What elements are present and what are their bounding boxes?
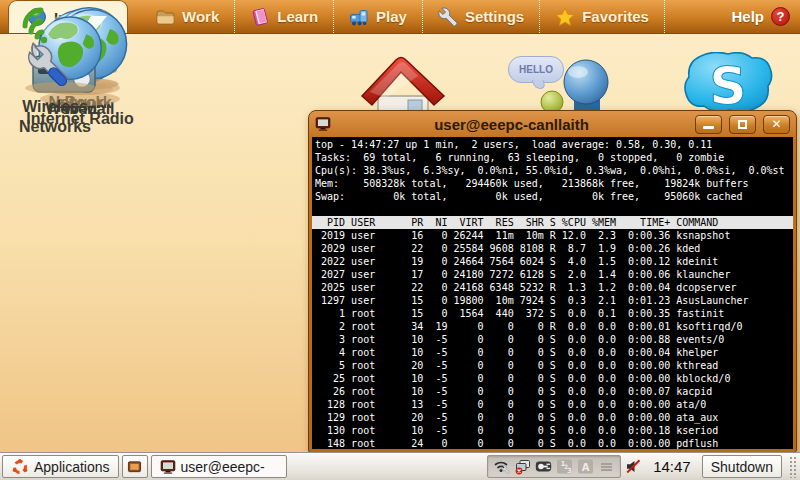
process-row: 148 root 24 0 0 0 0 S 0.0 0.0 0:00.00 pd… (315, 437, 793, 449)
taskbar-window-user-eeepc[interactable]: user@eeepc- (151, 455, 287, 478)
process-row: 129 root 20 -5 0 0 0 S 0.0 0.0 0:00.00 a… (315, 411, 793, 424)
tab-settings[interactable]: Settings (423, 0, 540, 33)
hello-speech-bubble: HELLO (508, 56, 564, 83)
ubuntu-logo-icon (11, 458, 29, 476)
star-icon (555, 7, 575, 27)
svg-text:A: A (582, 462, 590, 473)
process-row: 1297 user 15 0 19800 10m 7924 S 0.3 2.1 … (315, 294, 793, 307)
task-label: user@eeepc- (181, 459, 265, 475)
applications-label: Applications (34, 459, 110, 475)
keyboard-layout-icon[interactable]: A (577, 458, 594, 475)
show-desktop-button[interactable] (122, 455, 148, 478)
taskbar-right: 1 2 3 A 14:47 Shutd (487, 455, 798, 478)
shutdown-button[interactable]: Shutdown (702, 455, 782, 478)
cpu-line: Cpu(s): 38.3%us, 6.3%sy, 0.0%ni, 55.0%id… (315, 164, 793, 177)
applications-button[interactable]: Applications (2, 455, 119, 478)
process-row: 26 root 10 -5 0 0 0 S 0.0 0.0 0:00.07 ka… (315, 385, 793, 398)
tab-label-learn: Learn (277, 8, 318, 25)
process-row: 25 root 10 -5 0 0 0 S 0.0 0.0 0:00.00 kb… (315, 372, 793, 385)
blank-line (315, 203, 793, 216)
process-row: 3 root 10 -5 0 0 0 S 0.0 0.0 0:00.88 eve… (315, 333, 793, 346)
skype-icon[interactable]: S (682, 52, 774, 112)
help-button[interactable]: Help ? (721, 0, 800, 33)
tasks-line: Tasks: 69 total, 6 running, 63 sleeping,… (315, 151, 793, 164)
maximize-icon (738, 120, 747, 129)
process-row: 2 root 34 19 0 0 0 R 0.0 0.0 0:00.01 kso… (315, 320, 793, 333)
minimize-icon (703, 126, 714, 129)
tab-favorites[interactable]: Favorites (540, 0, 665, 33)
process-row: 128 root 13 -5 0 0 0 S 0.0 0.0 0:00.00 a… (315, 398, 793, 411)
close-icon: ✕ (771, 117, 781, 131)
process-row: 130 root 10 -5 0 0 0 S 0.0 0.0 0:00.18 k… (315, 424, 793, 437)
tab-play[interactable]: Play (334, 0, 423, 33)
input-method-icon[interactable]: 1 2 3 (556, 458, 573, 475)
taskbar-clock[interactable]: 14:47 (646, 458, 698, 475)
network-disconnected-icon[interactable] (514, 458, 531, 475)
process-row: 2022 user 19 0 24664 7564 6024 S 4.0 1.5… (315, 255, 793, 268)
taskbar-grip[interactable] (788, 455, 798, 478)
swap-line: Swap: 0k total, 0k used, 0k free, 95060k… (315, 190, 793, 203)
shortcut-wireless-networks[interactable]: Wireless Networks (0, 0, 110, 137)
tab-label-play: Play (376, 8, 407, 25)
wifi-config-icon[interactable] (493, 458, 510, 475)
top-summary-line: top - 14:47:27 up 1 min, 2 users, load a… (315, 138, 793, 151)
process-header-row: PID USER PR NI VIRT RES SHR S %CPU %MEM … (312, 216, 793, 229)
power-plug-icon[interactable] (535, 458, 552, 475)
help-icon: ? (771, 7, 790, 26)
show-desktop-icon (127, 460, 142, 474)
process-row: 2019 user 16 0 26244 11m 10m R 12.0 2.3 … (315, 229, 793, 242)
tab-label-settings: Settings (465, 8, 524, 25)
terminal-window[interactable]: user@eeepc-canllaith ✕ top - 14:47:27 up… (308, 110, 797, 453)
home-icon[interactable] (356, 52, 448, 112)
process-row: 2025 user 22 0 24168 6348 5232 R 1.3 1.2… (315, 281, 793, 294)
svg-text:S: S (709, 56, 746, 112)
toy-truck-icon (349, 7, 369, 27)
terminal-task-icon (160, 459, 176, 475)
minimize-button[interactable] (695, 115, 722, 134)
shutdown-label: Shutdown (711, 459, 773, 475)
tab-label-work: Work (182, 8, 219, 25)
desktop-screen: Internet Work Learn Play Settings Favori… (0, 0, 800, 480)
mem-line: Mem: 508328k total, 294460k used, 213868… (315, 177, 793, 190)
maximize-button[interactable] (729, 115, 756, 134)
terminal-output[interactable]: top - 14:47:27 up 1 min, 2 users, load a… (312, 137, 793, 449)
terminal-window-icon (315, 116, 331, 132)
wrench-icon (438, 7, 458, 27)
shortcut-label: Wireless Networks (0, 97, 110, 137)
window-list-icon[interactable] (598, 458, 615, 475)
volume-muted-icon[interactable] (625, 458, 642, 475)
process-row: 5 root 20 -5 0 0 0 S 0.0 0.0 0:00.00 kth… (315, 359, 793, 372)
process-rows: 2019 user 16 0 26244 11m 10m R 12.0 2.3 … (315, 229, 793, 449)
close-button[interactable]: ✕ (763, 115, 790, 134)
tab-label-favorites: Favorites (582, 8, 649, 25)
process-row: 4 root 10 -5 0 0 0 S 0.0 0.0 0:00.04 khe… (315, 346, 793, 359)
process-row: 2029 user 22 0 25584 9608 8108 R 8.7 1.9… (315, 242, 793, 255)
help-label: Help (731, 8, 764, 25)
svg-text:3: 3 (567, 467, 572, 475)
book-icon (250, 7, 270, 27)
window-title: user@eeepc-canllaith (335, 116, 688, 133)
terminal-titlebar[interactable]: user@eeepc-canllaith ✕ (312, 111, 793, 137)
taskbar: Applications user@eeepc- (0, 452, 800, 480)
process-row: 1 root 15 0 1564 440 372 S 0.0 0.1 0:00.… (315, 307, 793, 320)
wireless-networks-icon (3, 0, 107, 96)
tab-learn[interactable]: Learn (235, 0, 334, 33)
system-tray: 1 2 3 A (487, 455, 621, 478)
process-row: 2027 user 17 0 24180 7272 6128 S 2.0 1.4… (315, 268, 793, 281)
